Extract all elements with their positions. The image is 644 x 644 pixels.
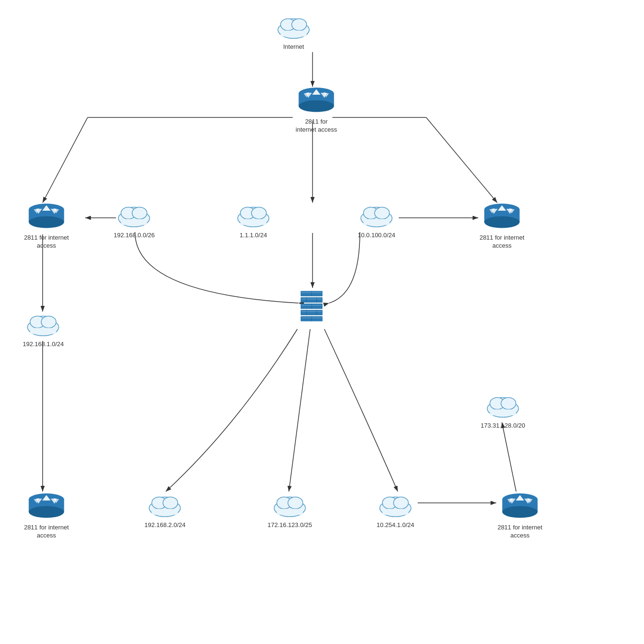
router-br-label: 2811 for internetaccess [496, 524, 544, 540]
svg-rect-110 [152, 509, 178, 515]
cloud-192-168-0-node: 192.168.0.0/26 [114, 203, 155, 240]
svg-rect-76 [301, 297, 322, 303]
cloud-10-254-1-node: 10.254.1.0/24 [376, 492, 414, 529]
cloud-192-168-0-label: 192.168.0.0/26 [114, 232, 155, 240]
svg-rect-117 [277, 509, 303, 515]
svg-point-51 [251, 207, 266, 219]
svg-point-25 [299, 100, 334, 112]
router-bl-icon [27, 492, 65, 521]
cloud-192-168-2-label: 192.168.2.0/24 [144, 521, 186, 529]
svg-rect-131 [490, 410, 516, 416]
cloud-172-16-123-node: 172.16.123.0/25 [268, 492, 312, 529]
router-br-node: 2811 for internetaccess [496, 492, 544, 540]
router-left-label: 2811 for internetaccess [23, 234, 70, 250]
cloud-1-1-1-label: 1.1.1.0/24 [240, 232, 267, 240]
svg-line-5 [43, 117, 88, 203]
cloud-192-168-2-icon [146, 492, 184, 519]
svg-line-7 [426, 117, 497, 203]
svg-line-15 [502, 422, 516, 492]
svg-point-98 [29, 506, 64, 518]
router-top-label: 2811 forinternet access [293, 118, 340, 134]
svg-point-58 [375, 207, 389, 219]
router-bl-node: 2811 for internetaccess [23, 492, 70, 540]
svg-point-73 [41, 316, 56, 328]
router-bl-label: 2811 for internetaccess [23, 524, 70, 540]
svg-point-62 [484, 216, 520, 228]
router-br-icon [501, 492, 539, 521]
router-right-label: 2811 for internetaccess [478, 234, 526, 250]
internet-cloud-icon [275, 14, 313, 40]
svg-point-130 [501, 397, 516, 409]
cloud-173-31-128-label: 173.31.128.0/20 [481, 422, 525, 430]
internet-label: Internet [283, 43, 304, 51]
svg-point-44 [132, 207, 147, 219]
cloud-173-31-128-icon [484, 393, 522, 419]
cloud-192-168-1-node: 192.168.1.0/24 [23, 312, 64, 349]
svg-point-116 [288, 497, 303, 509]
cloud-10-254-1-label: 10.254.1.0/24 [376, 521, 414, 529]
svg-rect-52 [241, 219, 267, 225]
svg-point-33 [29, 216, 64, 228]
cloud-1-1-1-node: 1.1.1.0/24 [234, 203, 272, 240]
router-left-icon [27, 203, 65, 231]
router-top-node: 2811 forinternet access [293, 87, 340, 134]
router-right-node: 2811 for internetaccess [478, 203, 526, 250]
cloud-172-16-123-icon [271, 492, 309, 519]
cloud-10-0-100-node: 10.0.100.0/24 [358, 203, 395, 240]
cloud-192-168-1-label: 192.168.1.0/24 [23, 340, 64, 349]
svg-rect-74 [30, 328, 56, 334]
svg-rect-22 [281, 31, 307, 37]
svg-point-134 [502, 506, 538, 518]
svg-line-13 [289, 329, 310, 492]
svg-point-21 [292, 18, 306, 30]
svg-point-109 [163, 497, 178, 509]
svg-rect-59 [364, 219, 390, 225]
cloud-10-254-1-icon [376, 492, 414, 519]
router-right-icon [483, 203, 521, 231]
svg-rect-78 [301, 310, 322, 315]
cloud-1-1-1-icon [234, 203, 272, 229]
svg-rect-124 [383, 509, 409, 515]
router-top-icon [297, 87, 335, 115]
cloud-192-168-2-node: 192.168.2.0/24 [144, 492, 186, 529]
cloud-173-31-128-node: 173.31.128.0/20 [481, 393, 525, 430]
router-left-node: 2811 for internetaccess [23, 203, 70, 250]
firewall-node [297, 289, 326, 327]
svg-point-123 [394, 497, 408, 509]
cloud-10-0-100-icon [358, 203, 395, 229]
svg-rect-45 [121, 219, 147, 225]
cloud-10-0-100-label: 10.0.100.0/24 [358, 232, 395, 240]
cloud-192-168-0-icon [115, 203, 153, 229]
firewall-icon [297, 289, 326, 327]
cloud-192-168-1-icon [24, 312, 62, 338]
internet-node: Internet [275, 14, 313, 51]
cloud-172-16-123-label: 172.16.123.0/25 [268, 521, 312, 529]
network-diagram: Internet 2811 forinternet access [0, 0, 644, 644]
